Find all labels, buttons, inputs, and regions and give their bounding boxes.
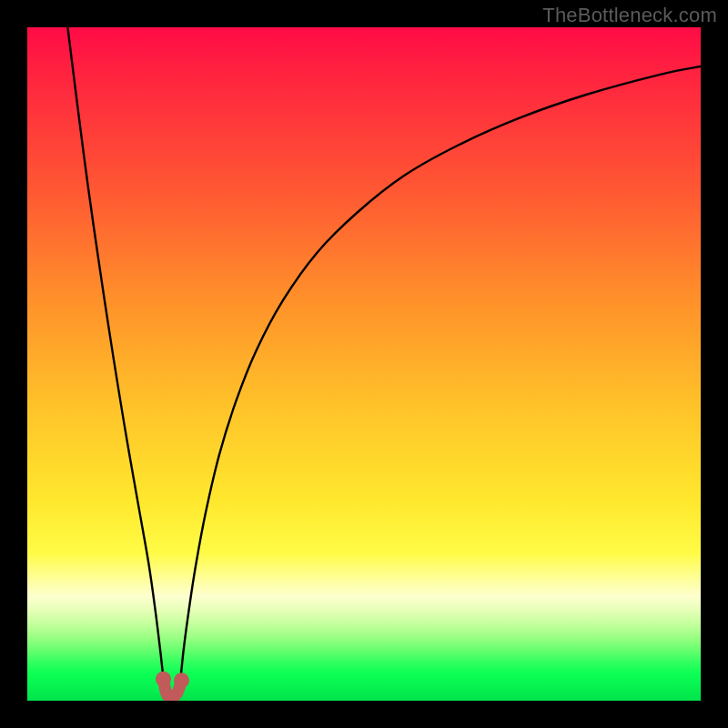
valley-marker-dot-left — [156, 672, 171, 687]
watermark-text: TheBottleneck.com — [542, 4, 717, 27]
gradient-plot-area — [27, 27, 701, 701]
curve-layer — [27, 27, 701, 701]
curve-left-branch — [67, 27, 164, 684]
valley-marker-dot-right — [174, 672, 189, 688]
outer-frame: TheBottleneck.com — [0, 0, 728, 728]
curve-right-branch — [180, 66, 701, 684]
